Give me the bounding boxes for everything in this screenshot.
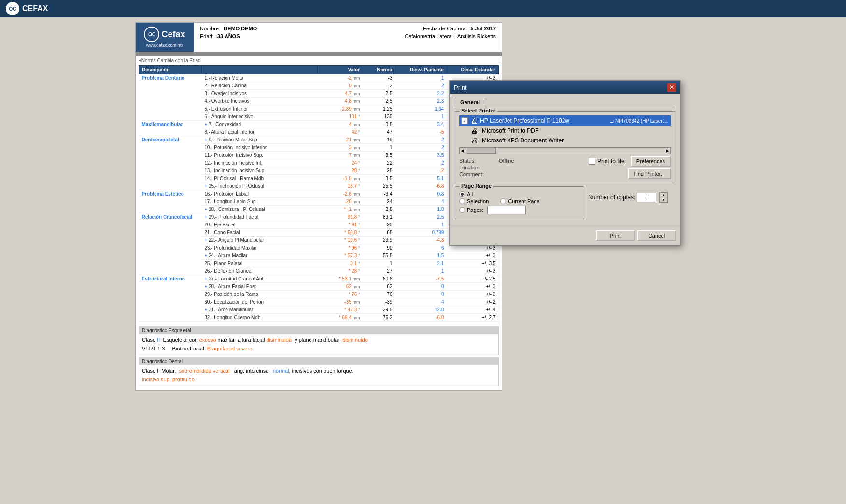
braquifacial: Braquifacial severo: [207, 346, 253, 351]
radio-pages[interactable]: [459, 207, 465, 213]
report-logo-name: Cefax: [161, 29, 185, 40]
pages-input[interactable]: [487, 206, 526, 214]
copies-input[interactable]: [637, 193, 656, 202]
scroll-left-btn[interactable]: ◀: [460, 148, 465, 153]
item-cell: 26.- Deflexión Craneal: [201, 267, 318, 275]
norma-cell: 60.6: [363, 275, 395, 283]
top-bar: OC CEFAX: [0, 0, 846, 17]
status-grid: Status: Offline Location: Comment:: [459, 158, 585, 177]
data-table: Descripción Valor Norma Desv. Paciente D…: [139, 65, 499, 322]
devs-cell: +/- 3: [447, 291, 498, 298]
th-valor: Valor: [318, 66, 363, 74]
preferences-button[interactable]: Preferences: [631, 156, 671, 167]
norma-cell: -3: [363, 74, 395, 82]
incisivo-sup: incisivo sup. protnuido: [142, 377, 195, 382]
radio-all-label[interactable]: All: [459, 191, 473, 197]
disminuido: disminuido: [342, 337, 368, 343]
table-area: +Norma Cambia con la Edad Descripción Va…: [136, 56, 502, 323]
table-row: Estructural Interno+ 27.- Longitud Crane…: [139, 275, 499, 283]
report-logo-section: OC Cefax www.cefax.com.mx: [136, 23, 194, 52]
norma-cell: 1.25: [363, 105, 395, 113]
edad-value: 33 AÑOS: [217, 33, 240, 39]
info-fecha: Fecha de Captura: 5 Jul 2017: [423, 26, 496, 31]
printer-row-pdf[interactable]: 🖨 Microsoft Print to PDF: [459, 126, 671, 136]
printer-row-hp[interactable]: 🖨 HP LaserJet Professional P 1102w ⊐ NPI…: [459, 115, 671, 126]
value-cell: 4 mm: [318, 121, 363, 128]
find-printer-button[interactable]: Find Printer...: [628, 168, 671, 179]
fecha-label: Fecha de Captura:: [423, 26, 467, 31]
report-logo: OC Cefax: [144, 27, 185, 42]
dialog-close-button[interactable]: ✕: [667, 83, 676, 92]
radio-selection[interactable]: [459, 198, 465, 204]
page-range-group: Page Range All Selection: [455, 186, 584, 219]
value-cell: 2.89 mm: [318, 105, 363, 113]
item-cell: 12.- Inclinación Incisivo Inf.: [201, 159, 318, 167]
category-cell: Estructural Interno: [139, 275, 202, 322]
report-subtitle-bar: [136, 52, 502, 56]
value-cell: * 28 °: [318, 267, 363, 275]
page-range-selection: Selection Current Page: [459, 198, 580, 204]
copies-row: Number of copies: ▲ ▼: [588, 186, 675, 203]
item-cell: + 9.- Posición Molar Sup: [201, 136, 318, 144]
desvp-cell: 4: [395, 298, 447, 306]
diag-esqueletal-content: Clase II Esqueletal con exceso maxilar a…: [139, 334, 498, 355]
radio-current-page-label[interactable]: Current Page: [500, 198, 539, 204]
devs-cell: +/- 3: [447, 267, 498, 275]
norma-cell: 25.5: [363, 182, 395, 190]
devs-cell: +/- 3: [447, 283, 498, 291]
norma-cell: 0.8: [363, 121, 395, 128]
printer-checkbox-hp[interactable]: [461, 117, 468, 124]
diag-dental-content: Clase I Molar, sobremordida vertical ang…: [139, 365, 498, 386]
select-printer-label: Select Printer: [459, 108, 497, 113]
scrollbar-thumb[interactable]: [467, 148, 496, 154]
value-cell: * 96 °: [318, 244, 363, 252]
norma-cell: 68: [363, 229, 395, 237]
norma-cell: 90: [363, 244, 395, 252]
radio-pages-label[interactable]: Pages:: [459, 207, 483, 213]
printer-list: 🖨 HP LaserJet Professional P 1102w ⊐ NPI…: [459, 115, 671, 145]
info-analisis: Cefalometría Lateral - Análisis Ricketts: [405, 33, 496, 39]
print-button[interactable]: Print: [596, 230, 634, 241]
copies-label: Number of copies:: [588, 194, 635, 201]
value-cell: 131 °: [318, 113, 363, 121]
scroll-right-btn[interactable]: ▶: [665, 148, 670, 153]
location-value: [499, 165, 585, 170]
cancel-button[interactable]: Cancel: [637, 230, 676, 241]
printer-row-xps[interactable]: 🖨 Microsoft XPS Document Writer: [459, 136, 671, 145]
item-cell: 20.- Eje Facial: [201, 221, 318, 229]
copies-up-button[interactable]: ▲: [660, 193, 667, 197]
desvp-cell: 6: [395, 244, 447, 252]
tab-general[interactable]: General: [455, 98, 485, 107]
diag-dental: Diagnóstico Dental Clase I Molar, sobrem…: [139, 357, 499, 386]
comment-value: [499, 171, 585, 177]
desvp-cell: -6.8: [395, 314, 447, 322]
report-url: www.cefax.com.mx: [146, 43, 183, 48]
status-info: Status: Offline Location: Comment:: [459, 156, 585, 179]
exceso: exceso: [199, 337, 216, 343]
print-to-file-label: Print to file: [597, 158, 625, 165]
report-logo-abbr: OC: [148, 32, 155, 37]
norma-cell: -2: [363, 82, 395, 90]
value-cell: * 76 °: [318, 291, 363, 298]
copies-down-button[interactable]: ▼: [660, 197, 667, 202]
desvp-cell: 1.5: [395, 252, 447, 260]
app-logo: OC CEFAX: [6, 2, 48, 15]
norma-cell: 2.5: [363, 90, 395, 98]
desvp-cell: 0: [395, 283, 447, 291]
item-cell: 21.- Cono Facial: [201, 229, 318, 237]
norma-cell: 19: [363, 136, 395, 144]
status-label: Status:: [459, 158, 498, 164]
radio-current-page[interactable]: [500, 198, 506, 204]
print-to-file-checkbox[interactable]: [589, 158, 595, 165]
current-page-label: Current Page: [508, 198, 539, 204]
desvp-cell: 0: [395, 291, 447, 298]
table-header-row: Descripción Valor Norma Desv. Paciente D…: [139, 66, 499, 74]
desvp-cell: 1.8: [395, 206, 447, 213]
printer-scrollbar[interactable]: ◀ ▶: [459, 147, 671, 154]
page-range-copies-area: Page Range All Selection: [455, 186, 675, 223]
norma-cell: 28: [363, 167, 395, 175]
radio-all[interactable]: [459, 191, 465, 197]
category-cell: Maxilomandibular: [139, 121, 202, 136]
radio-selection-label[interactable]: Selection: [459, 198, 489, 204]
value-cell: -1.8 mm: [318, 175, 363, 182]
